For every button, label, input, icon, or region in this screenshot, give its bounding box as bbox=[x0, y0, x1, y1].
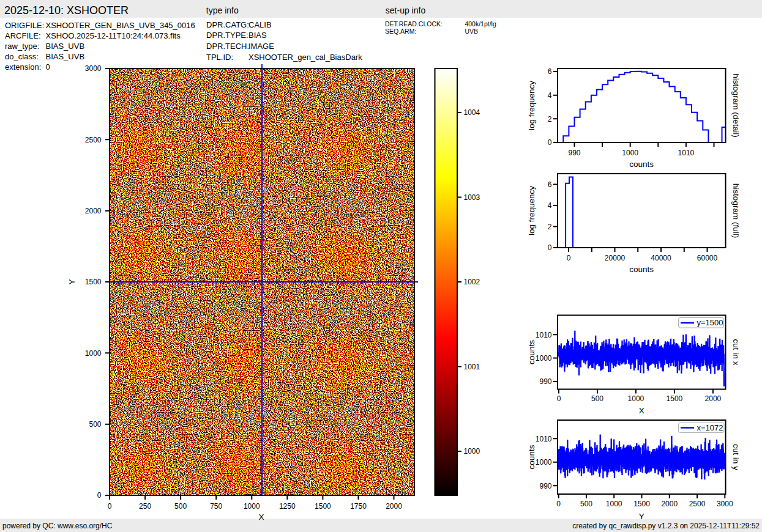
svg-text:990: 990 bbox=[539, 482, 551, 490]
svg-text:BIAS_UVB: BIAS_UVB bbox=[46, 42, 85, 51]
svg-text:1000: 1000 bbox=[85, 349, 102, 358]
svg-text:2000: 2000 bbox=[661, 500, 678, 508]
svg-text:ARCFILE:: ARCFILE: bbox=[5, 31, 41, 40]
svg-text:500: 500 bbox=[580, 500, 592, 508]
svg-text:XSHOO.2025-12-11T10:24:44.073.: XSHOO.2025-12-11T10:24:44.073.fits bbox=[46, 31, 181, 40]
svg-text:SEQ.ARM:: SEQ.ARM: bbox=[385, 28, 416, 35]
svg-text:1500: 1500 bbox=[85, 278, 102, 286]
svg-text:6: 6 bbox=[548, 180, 552, 189]
svg-text:IMAGE: IMAGE bbox=[248, 42, 274, 51]
svg-text:60000: 60000 bbox=[697, 254, 718, 262]
svg-text:1500: 1500 bbox=[667, 394, 683, 403]
svg-text:XSHOOTER_GEN_BIAS_UVB_345_0016: XSHOOTER_GEN_BIAS_UVB_345_0016 bbox=[46, 21, 195, 30]
svg-text:log frequency: log frequency bbox=[527, 81, 536, 130]
svg-text:0: 0 bbox=[108, 502, 112, 511]
svg-text:counts: counts bbox=[527, 445, 536, 469]
svg-text:4: 4 bbox=[548, 91, 552, 100]
svg-text:TPL.ID:: TPL.ID: bbox=[206, 53, 233, 62]
svg-text:2: 2 bbox=[548, 115, 552, 124]
svg-text:500: 500 bbox=[89, 420, 101, 429]
svg-text:40000: 40000 bbox=[651, 254, 671, 262]
svg-text:ORIGFILE:: ORIGFILE: bbox=[5, 21, 44, 30]
svg-text:X: X bbox=[258, 512, 264, 522]
svg-text:powered by QC: www.eso.org/HC: powered by QC: www.eso.org/HC bbox=[2, 522, 113, 530]
svg-text:1010: 1010 bbox=[678, 149, 695, 157]
svg-text:do_class:: do_class: bbox=[5, 52, 39, 61]
svg-text:extension:: extension: bbox=[5, 62, 41, 72]
svg-text:0: 0 bbox=[548, 243, 552, 252]
svg-text:1250: 1250 bbox=[279, 502, 296, 511]
svg-text:BIAS: BIAS bbox=[248, 31, 267, 40]
svg-text:20000: 20000 bbox=[605, 254, 626, 262]
svg-text:0: 0 bbox=[97, 491, 102, 500]
svg-text:1004: 1004 bbox=[464, 108, 480, 117]
svg-text:500: 500 bbox=[174, 502, 187, 511]
svg-text:1000: 1000 bbox=[536, 354, 552, 363]
svg-text:0: 0 bbox=[46, 62, 50, 72]
svg-text:created by qc_rawdisp.py v1.2.: created by qc_rawdisp.py v1.2.3 on 2025-… bbox=[572, 522, 760, 530]
svg-text:500: 500 bbox=[591, 394, 603, 403]
svg-text:2000: 2000 bbox=[386, 502, 402, 511]
svg-text:1750: 1750 bbox=[350, 502, 367, 511]
svg-text:4: 4 bbox=[548, 201, 552, 210]
svg-text:1500: 1500 bbox=[315, 502, 331, 511]
svg-text:Y: Y bbox=[67, 279, 77, 284]
svg-text:DPR.TYPE:: DPR.TYPE: bbox=[206, 31, 248, 40]
svg-text:0: 0 bbox=[557, 394, 561, 403]
svg-text:counts: counts bbox=[527, 340, 536, 364]
svg-text:0: 0 bbox=[548, 138, 552, 147]
svg-text:X: X bbox=[639, 406, 644, 415]
svg-text:histogram (full): histogram (full) bbox=[731, 183, 741, 238]
svg-text:1001: 1001 bbox=[464, 363, 480, 371]
svg-text:2025-12-10: XSHOOTER: 2025-12-10: XSHOOTER bbox=[4, 4, 129, 17]
svg-text:DPR.CATG:: DPR.CATG: bbox=[206, 20, 249, 29]
svg-text:x=1072: x=1072 bbox=[697, 423, 723, 432]
svg-text:type info: type info bbox=[206, 6, 239, 15]
svg-text:3000: 3000 bbox=[717, 500, 733, 508]
svg-text:990: 990 bbox=[539, 377, 551, 386]
svg-text:UVB: UVB bbox=[465, 28, 478, 35]
svg-text:y=1500: y=1500 bbox=[697, 318, 723, 327]
svg-text:3000: 3000 bbox=[85, 64, 102, 73]
svg-text:cut in y: cut in y bbox=[731, 444, 741, 470]
svg-text:1010: 1010 bbox=[536, 331, 552, 339]
svg-text:counts: counts bbox=[629, 160, 654, 169]
svg-text:DPR.TECH:: DPR.TECH: bbox=[206, 42, 249, 51]
svg-text:1000: 1000 bbox=[628, 394, 644, 403]
svg-text:log frequency: log frequency bbox=[527, 186, 536, 235]
svg-text:1000: 1000 bbox=[464, 447, 480, 456]
svg-text:2500: 2500 bbox=[85, 136, 102, 144]
svg-text:2: 2 bbox=[548, 223, 552, 231]
svg-text:1000: 1000 bbox=[244, 502, 260, 511]
svg-text:histogram (detail): histogram (detail) bbox=[731, 73, 741, 137]
svg-text:XSHOOTER_gen_cal_BiasDark: XSHOOTER_gen_cal_BiasDark bbox=[248, 53, 362, 62]
svg-text:Y: Y bbox=[639, 512, 644, 521]
svg-text:2500: 2500 bbox=[689, 500, 706, 508]
svg-text:cut in x: cut in x bbox=[731, 339, 741, 366]
svg-text:1003: 1003 bbox=[464, 193, 480, 202]
svg-text:750: 750 bbox=[210, 502, 222, 511]
svg-text:400k/1pt/lg: 400k/1pt/lg bbox=[465, 20, 496, 28]
svg-text:set-up info: set-up info bbox=[386, 6, 426, 15]
svg-text:raw_type:: raw_type: bbox=[5, 42, 39, 51]
svg-text:250: 250 bbox=[139, 502, 151, 511]
svg-text:counts: counts bbox=[629, 265, 654, 274]
svg-text:0: 0 bbox=[567, 254, 571, 262]
svg-text:990: 990 bbox=[568, 149, 580, 157]
svg-text:2000: 2000 bbox=[85, 207, 102, 215]
svg-text:6: 6 bbox=[548, 67, 552, 76]
svg-text:0: 0 bbox=[556, 500, 561, 508]
svg-text:1010: 1010 bbox=[536, 435, 552, 443]
svg-text:DET.READ.CLOCK:: DET.READ.CLOCK: bbox=[385, 20, 443, 28]
svg-text:BIAS_UVB: BIAS_UVB bbox=[46, 52, 85, 61]
svg-text:1500: 1500 bbox=[633, 500, 650, 508]
svg-text:CALIB: CALIB bbox=[248, 20, 272, 29]
svg-text:1000: 1000 bbox=[606, 500, 622, 508]
svg-text:1002: 1002 bbox=[464, 278, 480, 286]
svg-text:2000: 2000 bbox=[705, 394, 722, 403]
svg-text:1000: 1000 bbox=[622, 149, 638, 157]
svg-text:1000: 1000 bbox=[536, 458, 552, 467]
